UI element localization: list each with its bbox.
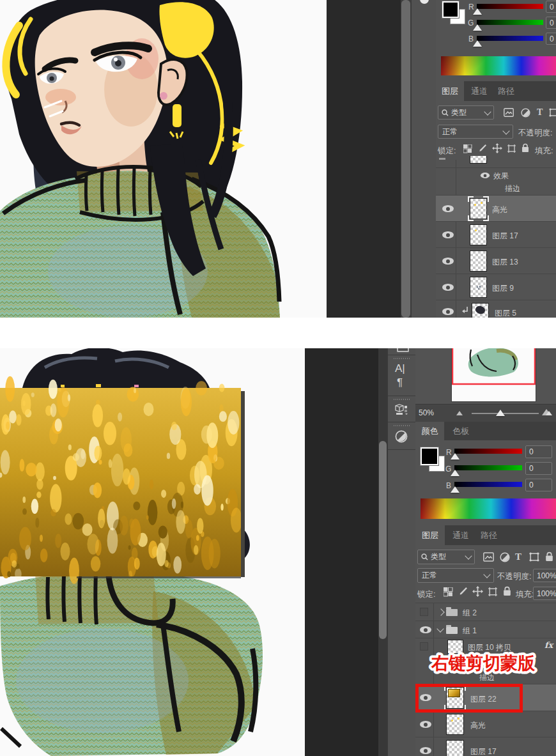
layer-thumbnail[interactable] xyxy=(470,251,487,272)
blue-slider-track[interactable] xyxy=(477,36,543,41)
red-slider-thumb[interactable] xyxy=(451,453,459,459)
visibility-eye-icon[interactable] xyxy=(442,284,454,291)
document-scrollbar[interactable] xyxy=(378,348,387,756)
red-slider-thumb[interactable] xyxy=(473,8,482,15)
filter-adjustment-layers-icon[interactable] xyxy=(500,552,510,562)
layer-filter-search[interactable]: 类型 xyxy=(417,550,475,564)
tab-layers[interactable]: 图层 xyxy=(436,81,464,101)
red-value-box[interactable]: 0 xyxy=(525,445,552,458)
blend-mode-dropdown[interactable]: 正常 xyxy=(438,125,513,139)
group-row[interactable]: 组 2 xyxy=(415,603,556,621)
layer-row[interactable]: 图层 13 xyxy=(436,247,556,274)
foreground-color-swatch[interactable] xyxy=(421,447,438,465)
navigator-preview[interactable] xyxy=(452,348,536,401)
lock-all-icon[interactable] xyxy=(521,143,529,153)
visibility-eye-icon[interactable] xyxy=(481,173,490,178)
tab-paths[interactable]: 路径 xyxy=(477,525,501,545)
layer-thumbnail[interactable] xyxy=(472,303,489,318)
visibility-eye-icon[interactable] xyxy=(420,721,431,728)
lock-position-icon[interactable] xyxy=(492,143,502,153)
green-slider-track[interactable] xyxy=(477,20,543,25)
layer-thumbnail[interactable] xyxy=(446,740,464,756)
hidden-visibility-dash[interactable] xyxy=(439,158,445,160)
green-value-box[interactable]: 0 xyxy=(525,462,552,475)
layer-row-clipping[interactable]: 图层 5 xyxy=(436,300,556,318)
lock-position-icon[interactable] xyxy=(472,586,483,597)
blue-value-box[interactable]: 0 xyxy=(525,479,552,491)
filter-shape-layers-icon[interactable] xyxy=(549,108,556,117)
lock-all-icon[interactable] xyxy=(503,586,511,596)
lock-artboard-icon[interactable] xyxy=(488,587,498,597)
document-scrollbar[interactable] xyxy=(401,0,411,318)
visibility-eye-icon[interactable] xyxy=(420,747,431,754)
layer-thumbnail-selected[interactable] xyxy=(470,198,487,219)
chevron-right-icon[interactable] xyxy=(437,608,444,615)
visibility-checkbox-empty[interactable] xyxy=(420,608,428,616)
blend-mode-dropdown[interactable]: 正常 xyxy=(417,568,494,583)
adjustments-panel-icon[interactable] xyxy=(395,430,408,443)
layer-row[interactable]: 图层 17 xyxy=(415,737,556,756)
stroke-effect-row[interactable]: 描边 xyxy=(436,181,556,195)
filter-type-layers-icon[interactable]: T xyxy=(537,107,543,118)
canvas-artwork[interactable] xyxy=(0,0,327,318)
green-slider-thumb[interactable] xyxy=(451,470,459,476)
group-row-expanded[interactable]: 组 1 xyxy=(415,621,556,638)
layer-row-partial[interactable] xyxy=(436,156,556,167)
opacity-value-box[interactable]: 100% xyxy=(533,569,556,582)
red-value-box[interactable]: 0 xyxy=(546,1,556,13)
tab-paths[interactable]: 路径 xyxy=(495,81,518,101)
zoom-slider-track[interactable] xyxy=(472,413,539,414)
color-spectrum-ramp[interactable] xyxy=(441,56,556,75)
tab-color[interactable]: 颜色 xyxy=(415,422,444,440)
visibility-eye-icon[interactable] xyxy=(420,626,431,633)
filter-adjustment-layers-icon[interactable] xyxy=(521,108,530,118)
layer-filter-search[interactable]: 类型 xyxy=(438,105,494,120)
layer-row[interactable]: 图层 9 xyxy=(436,274,556,300)
visibility-eye-icon[interactable] xyxy=(442,231,454,238)
blue-value-box[interactable]: 0 xyxy=(546,33,556,45)
filter-pixel-layers-icon[interactable] xyxy=(504,108,514,117)
canvas-artwork-gold[interactable] xyxy=(0,348,305,756)
effects-row[interactable]: 效果 xyxy=(436,167,556,181)
panel-grip-dots[interactable] xyxy=(394,425,410,426)
green-slider-thumb[interactable] xyxy=(473,24,482,31)
green-value-box[interactable]: 0 xyxy=(546,17,556,29)
filter-shape-layers-icon[interactable] xyxy=(529,552,539,562)
lock-transparency-icon[interactable] xyxy=(444,587,453,597)
tab-swatches[interactable]: 色板 xyxy=(447,422,474,440)
chevron-down-icon[interactable] xyxy=(436,625,444,632)
layer-thumbnail[interactable] xyxy=(470,224,487,245)
3d-material-panel-icon[interactable] xyxy=(395,404,408,415)
green-slider-track[interactable] xyxy=(454,465,522,470)
visibility-eye-icon[interactable] xyxy=(442,205,454,212)
character-panel-icon[interactable]: A| xyxy=(395,362,405,375)
visibility-eye-icon[interactable] xyxy=(442,308,454,315)
filter-type-layers-icon[interactable]: T xyxy=(515,552,521,562)
lock-paint-icon[interactable] xyxy=(458,587,468,597)
zoom-percent-value[interactable]: 50% xyxy=(419,408,434,417)
lock-artboard-icon[interactable] xyxy=(507,144,516,153)
layer-row[interactable]: 高光 xyxy=(415,711,556,737)
layer-row-highlight[interactable]: 高光 xyxy=(436,195,556,221)
lock-paint-icon[interactable] xyxy=(478,144,487,153)
fill-value-box[interactable]: 100% xyxy=(533,587,556,600)
zoom-slider-thumb[interactable] xyxy=(496,410,505,416)
panel-grip-dots[interactable] xyxy=(394,399,410,400)
paragraph-panel-icon[interactable]: ¶ xyxy=(397,376,403,389)
panel-grip-dots[interactable] xyxy=(394,358,410,359)
lock-transparency-icon[interactable] xyxy=(463,144,472,153)
layer-row[interactable]: 图层 17 xyxy=(436,221,556,247)
visibility-eye-icon[interactable] xyxy=(442,258,454,265)
tab-channels[interactable]: 通道 xyxy=(468,81,491,101)
zoom-out-mountain-icon[interactable] xyxy=(456,411,463,415)
filter-pixel-layers-icon[interactable] xyxy=(483,552,494,562)
layer-thumbnail[interactable] xyxy=(470,277,487,298)
tab-channels[interactable]: 通道 xyxy=(449,525,473,545)
color-spectrum-ramp[interactable] xyxy=(421,498,556,519)
blue-slider-track[interactable] xyxy=(454,482,522,487)
blue-slider-thumb[interactable] xyxy=(473,40,482,47)
tab-layers[interactable]: 图层 xyxy=(415,525,445,545)
layer-thumbnail[interactable] xyxy=(470,156,487,164)
layer-thumbnail[interactable] xyxy=(446,714,464,735)
foreground-color-swatch[interactable] xyxy=(442,1,459,18)
